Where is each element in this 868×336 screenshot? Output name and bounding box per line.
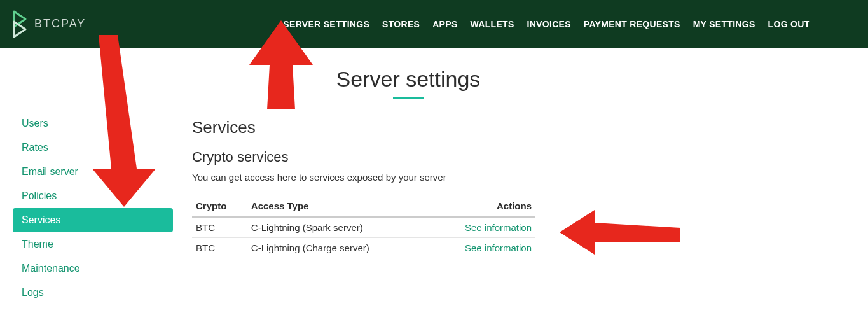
nav-my-settings[interactable]: MY SETTINGS	[693, 19, 755, 29]
sidebar-item-email-server[interactable]: Email server	[13, 160, 173, 184]
page-title-wrap: Server settings	[294, 67, 523, 99]
nav-apps[interactable]: APPS	[432, 19, 457, 29]
sidebar-item-maintenance[interactable]: Maintenance	[13, 256, 173, 281]
table-row: BTC C-Lightning (Charge server) See info…	[192, 238, 535, 258]
main: Server settings Services Crypto services…	[173, 67, 868, 305]
cell-access-type: C-Lightning (Spark server)	[247, 217, 429, 238]
sidebar-item-users[interactable]: Users	[13, 111, 173, 136]
page-title: Server settings	[294, 67, 523, 92]
cell-access-type: C-Lightning (Charge server)	[247, 238, 429, 258]
title-underline	[393, 97, 424, 99]
content: Users Rates Email server Policies Servic…	[0, 48, 868, 305]
cell-crypto: BTC	[192, 238, 247, 258]
brand-name: BTCPAY	[34, 17, 86, 31]
section-description: You can get access here to services expo…	[192, 172, 843, 183]
nav-stores[interactable]: STORES	[382, 19, 420, 29]
sidebar-item-policies[interactable]: Policies	[13, 184, 173, 208]
nav-menu: SERVER SETTINGS STORES APPS WALLETS INVO…	[283, 19, 809, 29]
section-title: Services	[192, 118, 843, 137]
sidebar-item-rates[interactable]: Rates	[13, 136, 173, 160]
see-information-link[interactable]: See information	[465, 242, 532, 253]
nav-wallets[interactable]: WALLETS	[471, 19, 514, 29]
sidebar: Users Rates Email server Policies Servic…	[0, 67, 173, 305]
nav-log-out[interactable]: LOG OUT	[768, 19, 810, 29]
subsection-title: Crypto services	[192, 149, 843, 165]
sidebar-item-logs[interactable]: Logs	[13, 281, 173, 305]
cell-crypto: BTC	[192, 217, 247, 238]
nav-server-settings[interactable]: SERVER SETTINGS	[283, 19, 369, 29]
nav-invoices[interactable]: INVOICES	[527, 19, 571, 29]
sidebar-item-services[interactable]: Services	[13, 208, 173, 232]
see-information-link[interactable]: See information	[465, 222, 532, 233]
table-header-access-type: Access Type	[247, 195, 429, 217]
services-table: Crypto Access Type Actions BTC C-Lightni…	[192, 195, 535, 258]
table-header-actions: Actions	[429, 195, 535, 217]
brand-logo[interactable]: BTCPAY	[13, 10, 86, 38]
sidebar-item-theme[interactable]: Theme	[13, 232, 173, 256]
btcpay-logo-icon	[13, 10, 29, 38]
nav-payment-requests[interactable]: PAYMENT REQUESTS	[584, 19, 680, 29]
navbar: BTCPAY SERVER SETTINGS STORES APPS WALLE…	[0, 0, 868, 48]
table-header-crypto: Crypto	[192, 195, 247, 217]
table-row: BTC C-Lightning (Spark server) See infor…	[192, 217, 535, 238]
